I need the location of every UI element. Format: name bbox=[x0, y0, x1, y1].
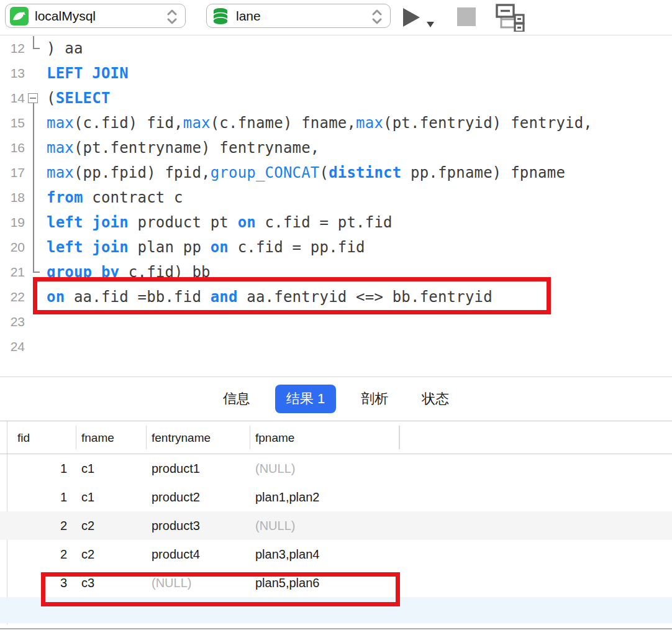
cell-fname[interactable]: c2 bbox=[76, 511, 147, 540]
toolbar: localMysql lane bbox=[0, 0, 672, 35]
cell-fid[interactable]: 2 bbox=[0, 540, 76, 569]
editor-line-20[interactable]: 20left join plan pp on c.fid = pp.fid bbox=[0, 235, 672, 260]
editor-line-23[interactable]: 23 bbox=[0, 309, 672, 334]
sql-text: (c.fname) fname, bbox=[211, 114, 356, 132]
line-number: 12 bbox=[0, 41, 25, 56]
cell-fentryname[interactable]: (NULL) bbox=[147, 569, 250, 597]
cell-fname[interactable]: c3 bbox=[76, 569, 147, 597]
tab-profile[interactable]: 剖析 bbox=[352, 385, 397, 413]
cell-fname[interactable]: c1 bbox=[76, 483, 147, 511]
database-select[interactable]: lane bbox=[206, 4, 391, 28]
sql-code-text: ) aa bbox=[47, 40, 83, 57]
tab-info[interactable]: 信息 bbox=[214, 385, 259, 413]
window-bottom-divider bbox=[0, 628, 672, 629]
table-row[interactable]: 1c1product1(NULL) bbox=[0, 454, 672, 483]
column-header-fpname[interactable]: fpname bbox=[250, 421, 399, 454]
fold-marker-icon bbox=[25, 210, 42, 235]
editor-line-21[interactable]: 21group by c.fid) bb bbox=[0, 260, 672, 285]
cell-fpname[interactable] bbox=[250, 597, 399, 623]
cell-fpname[interactable]: plan3,plan4 bbox=[250, 540, 399, 569]
sql-code-text: left join plan pp on c.fid = pp.fid bbox=[47, 239, 365, 256]
cell-fid[interactable]: 1 bbox=[0, 483, 76, 511]
line-number: 15 bbox=[0, 116, 25, 130]
table-row[interactable] bbox=[0, 597, 672, 623]
column-header-fid[interactable]: fid bbox=[0, 421, 76, 454]
editor-line-15[interactable]: 15max(c.fid) fid,max(c.fname) fname,max(… bbox=[0, 111, 672, 135]
cell-fid[interactable]: 3 bbox=[0, 569, 76, 597]
sql-text: c.fid) bb bbox=[119, 263, 211, 281]
editor-line-13[interactable]: 13LEFT JOIN bbox=[0, 61, 672, 86]
editor-line-18[interactable]: 18from contract c bbox=[0, 185, 672, 210]
column-header-fentryname[interactable]: fentryname bbox=[147, 421, 250, 454]
sql-text: c.fid = pp.fid bbox=[229, 239, 365, 256]
explain-button[interactable] bbox=[495, 3, 525, 34]
line-number: 13 bbox=[0, 66, 25, 81]
table-row[interactable]: 2c2product4plan3,plan4 bbox=[0, 540, 672, 569]
editor-line-19[interactable]: 19left join product pt on c.fid = pt.fid bbox=[0, 210, 672, 235]
run-dropdown-caret-icon bbox=[427, 22, 434, 27]
cell-fname[interactable]: c2 bbox=[76, 540, 147, 569]
connection-select[interactable]: localMysql bbox=[5, 4, 186, 28]
cell-fname[interactable]: c1 bbox=[76, 454, 147, 483]
sql-keyword: left join bbox=[47, 214, 129, 231]
sql-code-text: on aa.fid =bb.fid and aa.fentryid <=> bb… bbox=[47, 288, 493, 306]
editor-line-12[interactable]: 12) aa bbox=[0, 36, 672, 61]
fold-gutter bbox=[25, 334, 42, 359]
tab-result-1[interactable]: 结果 1 bbox=[275, 385, 336, 413]
sql-keyword: group by bbox=[47, 263, 119, 281]
database-label: lane bbox=[236, 9, 261, 24]
line-number: 20 bbox=[0, 240, 25, 255]
sql-function: group_CONCAT bbox=[211, 164, 320, 181]
cell-fentryname[interactable]: product3 bbox=[147, 511, 250, 540]
sql-editor[interactable]: 12) aa13LEFT JOIN14(SELECT15max(c.fid) f… bbox=[0, 36, 672, 377]
tab-status[interactable]: 状态 bbox=[413, 385, 458, 413]
cell-fentryname[interactable]: product1 bbox=[147, 454, 250, 483]
column-header-fname[interactable]: fname bbox=[76, 421, 147, 454]
table-row[interactable]: 3c3(NULL)plan5,plan6 bbox=[0, 569, 672, 597]
fold-marker-icon bbox=[25, 135, 42, 160]
sql-code-text: max(c.fid) fid,max(c.fname) fname,max(pt… bbox=[47, 114, 593, 132]
sql-text: (pt.fentryid) fentryid, bbox=[383, 114, 593, 132]
sql-text: (c.fid) fid, bbox=[74, 114, 183, 132]
sql-code-text: group by c.fid) bb bbox=[47, 263, 211, 281]
editor-line-16[interactable]: 16max(pt.fentryname) fentryname, bbox=[0, 135, 672, 160]
sql-text: contract c bbox=[83, 189, 183, 206]
fold-marker-icon[interactable] bbox=[25, 86, 42, 111]
cell-fid[interactable] bbox=[0, 597, 76, 623]
editor-line-24[interactable]: 24 bbox=[0, 334, 672, 359]
run-button[interactable] bbox=[403, 7, 435, 28]
cell-fpname[interactable]: plan1,plan2 bbox=[250, 483, 399, 511]
cell-fentryname[interactable] bbox=[147, 597, 250, 623]
editor-line-22[interactable]: 22on aa.fid =bb.fid and aa.fentryid <=> … bbox=[0, 285, 672, 309]
result-tabbar: 信息结果 1剖析状态 bbox=[0, 377, 672, 421]
explain-plan-tree-icon bbox=[495, 24, 525, 34]
sql-code-text: left join product pt on c.fid = pt.fid bbox=[47, 214, 393, 231]
sql-keyword: distinct bbox=[329, 164, 401, 181]
sql-function: max bbox=[356, 114, 383, 132]
sql-text: aa.fentryid <=> bb.fentryid bbox=[238, 288, 493, 306]
cell-fname[interactable] bbox=[76, 597, 147, 623]
sql-text: aa.fid =bb.fid bbox=[65, 288, 210, 306]
cell-fentryname[interactable]: product2 bbox=[147, 483, 250, 511]
sql-function: max bbox=[183, 114, 211, 132]
sql-keyword: from bbox=[47, 189, 83, 206]
cell-fpname[interactable]: plan5,plan6 bbox=[250, 569, 399, 597]
table-row[interactable]: 1c1product2plan1,plan2 bbox=[0, 483, 672, 511]
cell-fpname[interactable]: (NULL) bbox=[250, 454, 399, 483]
line-number: 23 bbox=[0, 314, 25, 329]
fold-marker-icon bbox=[25, 185, 42, 210]
editor-line-14[interactable]: 14(SELECT bbox=[0, 86, 672, 111]
stop-button[interactable] bbox=[457, 7, 476, 26]
fold-marker-icon bbox=[25, 111, 42, 135]
line-number: 17 bbox=[0, 165, 25, 180]
cell-fpname[interactable]: (NULL) bbox=[250, 511, 399, 540]
sql-keyword: and bbox=[211, 288, 238, 306]
sql-keyword: LEFT JOIN bbox=[47, 65, 129, 82]
cell-fentryname[interactable]: product4 bbox=[147, 540, 250, 569]
table-row[interactable]: 2c2product3(NULL) bbox=[0, 511, 672, 540]
sql-code-text: max(pp.fpid) fpid,group_CONCAT(distinct … bbox=[47, 164, 565, 181]
sql-text: (pt.fentryname) fentryname, bbox=[74, 139, 320, 157]
editor-line-17[interactable]: 17max(pp.fpid) fpid,group_CONCAT(distinc… bbox=[0, 160, 672, 185]
cell-fid[interactable]: 1 bbox=[0, 454, 76, 483]
cell-fid[interactable]: 2 bbox=[0, 511, 76, 540]
